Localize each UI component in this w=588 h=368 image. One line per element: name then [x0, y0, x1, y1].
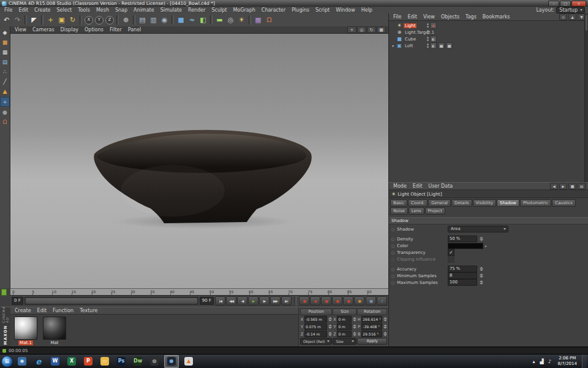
tab-details[interactable]: Details [451, 199, 472, 207]
attr-field-minimum-samples[interactable]: 8 [448, 272, 477, 279]
record-rotation-toggle[interactable]: ● [343, 296, 353, 305]
expander-icon[interactable]: ▾ [391, 44, 395, 48]
maximize-button[interactable]: □ [560, 1, 571, 7]
rotate-tool-icon[interactable]: ↻ [67, 15, 78, 25]
snap-settings-icon[interactable]: Ω [264, 15, 274, 25]
section-header[interactable]: Shadow [389, 217, 588, 224]
om-menu-objects[interactable]: Objects [438, 13, 462, 20]
tab-lens[interactable]: Lens [409, 207, 424, 215]
material-label[interactable]: Mat [49, 340, 59, 345]
attr-field-accuracy[interactable]: 75 % [448, 266, 477, 272]
floor-object-icon[interactable]: ▬ [214, 15, 225, 25]
om-menu-view[interactable]: View [420, 13, 438, 20]
frame-tick-25[interactable]: 25 [111, 289, 130, 295]
goto-start-button[interactable]: |◀ [215, 296, 225, 305]
bowl-render[interactable] [81, 122, 323, 229]
om-menu-edit[interactable]: Edit [404, 13, 420, 20]
coord-field[interactable]: -0.14 m [304, 331, 327, 337]
menu-character[interactable]: Character [258, 7, 289, 13]
taskbar-media-player-icon[interactable]: ◉ [15, 356, 29, 367]
om-menu-tags[interactable]: Tags [462, 13, 480, 20]
redo-icon[interactable]: ↷ [12, 15, 23, 25]
menu-help[interactable]: Help [358, 7, 375, 13]
frame-tick-55[interactable]: 55 [229, 289, 249, 295]
am-menu-edit[interactable]: Edit [410, 183, 426, 190]
taskbar-clock[interactable]: 2:06 PM 8/7/2014 [556, 356, 579, 367]
sound-toggle-icon[interactable]: ♪ [377, 296, 387, 305]
taskbar-internet-explorer-icon[interactable]: e [32, 356, 45, 367]
tab-caustics[interactable]: Caustics [552, 199, 576, 207]
menu-select[interactable]: Select [53, 7, 75, 13]
viewport-canvas[interactable] [10, 33, 388, 288]
am-menu-user-data[interactable]: User Data [425, 183, 456, 190]
texture-mode-icon[interactable]: ▦ [1, 48, 9, 56]
taskbar-app-icon[interactable]: ◍ [148, 356, 161, 367]
scale-tool-icon[interactable]: ▣ [56, 15, 67, 25]
frame-tick-75[interactable]: 75 [307, 289, 327, 295]
camera-object-icon[interactable]: ◎ [225, 15, 236, 25]
tab-visibility[interactable]: Visibility [473, 199, 497, 207]
coord-mode-dropdown[interactable]: Object (Rel) [300, 338, 332, 345]
frame-tick-85[interactable]: 85 [347, 289, 367, 295]
material-menu-create[interactable]: Create [12, 307, 34, 314]
animation-dot-icon[interactable]: ○ [391, 243, 395, 248]
om-path-icon[interactable]: ▲ [568, 13, 576, 20]
menu-create[interactable]: Create [31, 7, 54, 13]
timeline-ruler[interactable]: 051015202530354045505560657075808590 [10, 288, 388, 295]
tab-coord[interactable]: Coord. [408, 199, 428, 207]
material-preview-sphere[interactable] [43, 316, 66, 340]
layout-dropdown[interactable]: Startup [556, 7, 585, 13]
om-menu-file[interactable]: File [390, 13, 404, 20]
coord-size-dropdown[interactable]: Size [333, 338, 356, 345]
am-menu-mode[interactable]: Mode [390, 183, 410, 190]
play-button[interactable]: ▶ [248, 296, 258, 305]
menu-simulate[interactable]: Simulate [157, 7, 185, 13]
frame-tick-15[interactable]: 15 [71, 289, 91, 295]
spinner[interactable] [479, 274, 483, 278]
snapping-icon[interactable]: Ω [1, 118, 9, 126]
viewport-menu-filter[interactable]: Filter [107, 26, 125, 33]
taskbar-powerpoint-icon[interactable]: P [81, 356, 95, 367]
spinner[interactable] [328, 317, 332, 321]
pan-view-icon[interactable]: + [347, 26, 356, 33]
animation-dot-icon[interactable]: ○ [391, 257, 395, 261]
minimize-button[interactable]: – [548, 1, 559, 7]
light-object-icon[interactable]: ☀ [236, 15, 247, 25]
frame-tick-90[interactable]: 90 [367, 289, 386, 295]
primitive-cube-icon[interactable]: ■ [176, 15, 186, 25]
z-axis-lock-button[interactable]: Z [105, 16, 114, 25]
toggle-views-icon[interactable]: ▦ [377, 26, 386, 33]
spinner[interactable] [352, 332, 356, 336]
tray-expand-icon[interactable]: ▴ [531, 358, 537, 365]
object-label[interactable]: Light [404, 23, 417, 28]
tab-photometric[interactable]: Photometric [520, 199, 551, 207]
frame-tick-10[interactable]: 10 [51, 289, 71, 295]
expand-arrow-icon[interactable]: ▸ [485, 243, 487, 248]
viewport-menu-display[interactable]: Display [58, 26, 82, 33]
subdivision-surface-icon[interactable]: ◧ [198, 15, 208, 25]
current-frame-marker[interactable] [1, 289, 7, 296]
coord-field[interactable]: 0.075 m [304, 323, 327, 330]
rotate-view-icon[interactable]: ↻ [367, 26, 376, 33]
render-view-icon[interactable]: ▤ [137, 15, 148, 25]
spline-pen-icon[interactable]: ≈ [187, 15, 197, 25]
workplane-mode-icon[interactable]: ▤ [1, 58, 9, 66]
color-swatch[interactable] [448, 243, 483, 249]
texture-tag-icon[interactable]: ▦ [446, 42, 453, 49]
phong-tag-icon[interactable]: ◐ [430, 42, 437, 49]
frame-tick-40[interactable]: 40 [170, 289, 189, 295]
undo-icon[interactable]: ↶ [1, 15, 12, 25]
texture-tag-icon[interactable]: ▦ [438, 42, 445, 49]
material-menu-texture[interactable]: Texture [77, 307, 100, 314]
current-frame-field[interactable]: 0 F [12, 297, 23, 305]
frame-tick-5[interactable]: 5 [32, 289, 51, 295]
checkbox-transparency[interactable]: ✓ [448, 249, 454, 256]
material-preview-sphere[interactable] [14, 316, 37, 340]
material-label[interactable]: Mat.1 [18, 340, 33, 345]
material-menu-function[interactable]: Function [50, 307, 77, 314]
animation-dot-icon[interactable]: ○ [391, 250, 395, 255]
viewport-menu-view[interactable]: View [12, 26, 29, 33]
frame-tick-20[interactable]: 20 [91, 289, 111, 295]
start-button[interactable]: ⊞ [1, 356, 13, 367]
tab-general[interactable]: General [428, 199, 451, 207]
